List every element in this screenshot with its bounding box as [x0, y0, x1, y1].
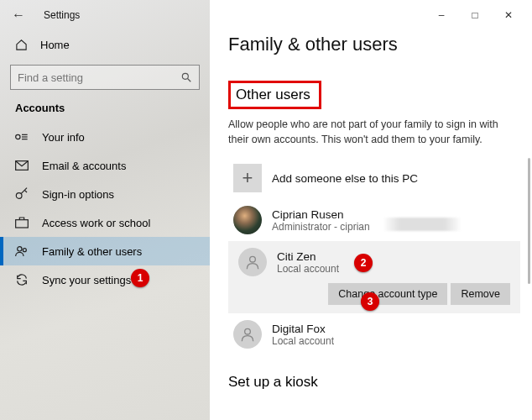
user-subtitle: Local account	[277, 263, 339, 275]
search-icon	[180, 71, 192, 83]
user-name: Ciprian Rusen	[272, 208, 370, 221]
search-box[interactable]	[10, 65, 200, 90]
svg-point-11	[18, 247, 22, 251]
your-info-icon	[15, 130, 29, 144]
change-account-type-button[interactable]: Change account type	[328, 283, 447, 305]
user-row[interactable]: Digital Fox Local account	[228, 313, 520, 355]
search-input[interactable]	[18, 71, 169, 84]
annotation-marker-1: 1	[131, 269, 149, 287]
sidebar-item-email-accounts[interactable]: Email & accounts	[0, 151, 210, 180]
add-user-label: Add someone else to this PC	[272, 172, 418, 185]
avatar	[233, 320, 262, 349]
section-title-kiosk: Set up a kiosk	[228, 374, 520, 391]
home-icon	[15, 39, 29, 51]
back-arrow-icon[interactable]: ←	[12, 8, 25, 23]
section-title-other-users: Other users	[228, 81, 321, 109]
sidebar-top: ← Settings	[0, 0, 210, 30]
window-controls: – □ ✕	[425, 5, 525, 25]
plus-icon: +	[233, 164, 262, 192]
scrollbar[interactable]	[528, 158, 530, 284]
section-description: Allow people who are not part of your fa…	[228, 118, 514, 147]
sidebar-item-home[interactable]: Home	[0, 30, 210, 60]
email-icon	[15, 159, 29, 172]
redaction-blur	[384, 218, 460, 231]
minimize-button[interactable]: –	[425, 5, 458, 25]
sidebar-item-label: Your info	[42, 131, 85, 144]
avatar	[238, 248, 267, 276]
user-row[interactable]: Ciprian Rusen Administrator - ciprian	[228, 199, 520, 241]
main-content: – □ ✕ Family & other users Other users A…	[210, 0, 532, 420]
svg-line-1	[188, 79, 191, 82]
user-row[interactable]: Citi Zen Local account	[233, 241, 515, 278]
sidebar-item-access-work-school[interactable]: Access work or school	[0, 208, 210, 237]
user-subtitle: Administrator - ciprian	[272, 221, 370, 233]
annotation-marker-3: 3	[361, 292, 379, 311]
user-name: Digital Fox	[272, 323, 334, 335]
sidebar-item-label: Access work or school	[42, 217, 150, 229]
remove-button[interactable]: Remove	[451, 283, 510, 305]
sidebar-item-label: Email & accounts	[42, 160, 126, 172]
key-icon	[15, 187, 29, 201]
sidebar-item-label: Sync your settings	[42, 274, 131, 286]
user-subtitle: Local account	[272, 335, 334, 347]
annotation-marker-2: 2	[354, 254, 373, 272]
close-button[interactable]: ✕	[492, 5, 525, 25]
sidebar-item-family-other-users[interactable]: Family & other users	[0, 237, 210, 265]
sidebar: ← Settings Home Accounts Your info	[0, 0, 210, 420]
home-label: Home	[40, 39, 70, 51]
maximize-button[interactable]: □	[458, 5, 492, 25]
sidebar-group-accounts: Accounts	[0, 102, 210, 123]
svg-point-13	[250, 256, 256, 262]
sidebar-list: Your info Email & accounts Sign-in optio…	[0, 123, 210, 294]
sync-icon	[15, 273, 29, 286]
sidebar-item-signin-options[interactable]: Sign-in options	[0, 180, 210, 208]
sidebar-item-sync-settings[interactable]: Sync your settings	[0, 265, 210, 294]
svg-point-7	[16, 193, 22, 199]
svg-line-8	[21, 188, 27, 194]
other-users-list: + Add someone else to this PC Ciprian Ru…	[228, 157, 520, 355]
sidebar-item-your-info[interactable]: Your info	[0, 123, 210, 151]
svg-rect-10	[16, 220, 29, 228]
avatar	[233, 206, 262, 234]
people-icon	[15, 244, 29, 258]
briefcase-icon	[15, 216, 29, 229]
svg-point-0	[182, 73, 188, 79]
svg-point-2	[16, 134, 20, 139]
add-user-row[interactable]: + Add someone else to this PC	[228, 157, 520, 199]
page-title: Family & other users	[228, 34, 520, 55]
app-title: Settings	[44, 9, 80, 21]
settings-window: ← Settings Home Accounts Your info	[0, 0, 532, 420]
sidebar-item-label: Family & other users	[42, 245, 142, 258]
sidebar-item-label: Sign-in options	[42, 188, 114, 201]
svg-point-12	[23, 249, 26, 252]
svg-point-14	[245, 328, 251, 334]
svg-line-9	[24, 190, 27, 192]
user-name: Citi Zen	[277, 250, 339, 263]
